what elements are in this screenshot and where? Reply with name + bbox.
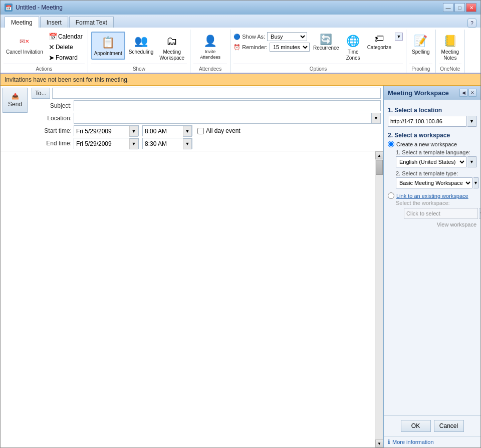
sidebar-back-button[interactable]: ◀ [459, 89, 467, 97]
url-input[interactable] [388, 116, 466, 127]
start-time-input[interactable] [143, 126, 183, 137]
to-button[interactable]: To... [32, 88, 50, 99]
form-top: 📤 Send To... Subject: [1, 86, 383, 151]
forward-button[interactable]: ➤ Forward [47, 53, 85, 63]
link-workspace-radio[interactable] [388, 192, 394, 199]
send-label: Send [8, 101, 22, 108]
view-workspace-row: View workspace [388, 221, 476, 228]
template-type-dropdown[interactable]: ▼ [473, 177, 478, 188]
time-zones-button[interactable]: 🌐 TimeZones [343, 32, 364, 63]
categorize-label: Categorize [367, 45, 391, 51]
subject-label: Subject: [32, 102, 72, 109]
template-type-select[interactable]: Basic Meeting Workspace [396, 177, 472, 188]
onenote-group-label: OneNote [439, 64, 462, 73]
more-info-link[interactable]: More information [392, 439, 434, 445]
ribbon-options-items: 🔵 Show As: Busy ⏰ Reminder: 15 minutes [233, 32, 403, 64]
click-select-input[interactable] [404, 208, 478, 219]
meeting-notes-button[interactable]: 📒 MeetingNotes [439, 32, 462, 63]
location-row: Location: ▼ [32, 113, 381, 124]
url-dropdown-button[interactable]: ▼ [467, 116, 476, 127]
calendar-button[interactable]: 📅 Calendar [47, 32, 85, 42]
cancel-invitation-icon: ✉✕ [17, 33, 33, 49]
section1-label: 1. Select a location [388, 107, 476, 114]
to-input[interactable] [52, 88, 381, 99]
start-time-label: Start time: [32, 127, 72, 134]
reminder-select[interactable]: 15 minutes [270, 43, 310, 52]
options-expand-button[interactable]: ▼ [395, 33, 403, 41]
start-time-dropdown[interactable]: ▼ [183, 126, 192, 137]
forward-icon: ➤ [49, 54, 55, 62]
recurrence-label: Recurrence [313, 45, 339, 51]
sidebar: Meeting Workspace ◀ ✕ 1. Select a locati… [383, 86, 480, 447]
show-as-row: 🔵 Show As: Busy [233, 32, 310, 42]
sidebar-title: Meeting Workspace [388, 89, 449, 97]
click-select-dropdown[interactable]: ▼ [479, 208, 480, 219]
location-dropdown-button[interactable]: ▼ [372, 113, 381, 124]
body-textarea[interactable] [1, 151, 375, 447]
scroll-up-button[interactable]: ▲ [375, 151, 383, 159]
delete-label: Delete [56, 44, 73, 51]
minimize-button[interactable]: — [443, 3, 453, 12]
info-icon: ℹ [388, 438, 390, 445]
view-workspace-link[interactable]: View workspace [437, 221, 476, 228]
start-date-input[interactable] [74, 126, 129, 137]
start-date-picker: ▼ [74, 125, 139, 136]
all-day-checkbox[interactable] [197, 128, 204, 134]
attendees-label: InviteAttendees [200, 49, 220, 60]
location-input[interactable] [74, 113, 372, 124]
ribbon-col-actions: 📅 Calendar ✕ Delete ➤ Forward [47, 32, 85, 63]
help-button[interactable]: ? [467, 19, 476, 28]
scheduling-label: Scheduling [129, 49, 153, 55]
ribbon-group-proofing: 📝 Spelling Proofing [406, 30, 436, 73]
template-lang-select-row: English (United States) ▼ [396, 156, 476, 167]
categorize-button[interactable]: 🏷 Categorize [365, 32, 394, 52]
close-button[interactable]: ✕ [466, 3, 476, 12]
location-label: Location: [32, 115, 72, 122]
tab-meeting[interactable]: Meeting [5, 17, 39, 28]
ribbon: ✉✕ Cancel Invitation 📅 Calendar ✕ Delete [1, 28, 480, 74]
end-date-dropdown[interactable]: ▼ [129, 138, 138, 149]
end-time-picker: ▼ [142, 138, 192, 149]
cancel-invitation-button[interactable]: ✉✕ Cancel Invitation [4, 32, 46, 57]
attendees-add-button[interactable]: 👤 InviteAttendees [197, 32, 223, 62]
all-day-checkbox-group: All day event [197, 127, 241, 134]
forward-label: Forward [56, 54, 78, 61]
sidebar-close-button[interactable]: ✕ [468, 89, 476, 97]
appointment-icon: 📋 [100, 35, 116, 51]
end-date-input[interactable] [74, 138, 129, 149]
end-time-input[interactable] [143, 138, 183, 149]
end-time-dropdown[interactable]: ▼ [183, 138, 192, 149]
template-type-section: 2. Select a template type: Basic Meeting… [396, 170, 476, 188]
title-bar: 📅 Untitled - Meeting — □ ✕ [1, 1, 480, 15]
maximize-button[interactable]: □ [454, 3, 465, 12]
link-workspace-radio-row: Link to an existing workspace [388, 192, 476, 199]
scroll-down-button[interactable]: ▼ [375, 439, 383, 447]
recurrence-icon: 🔄 [320, 33, 332, 45]
cancel-button[interactable]: Cancel [434, 420, 464, 432]
meeting-notes-label: MeetingNotes [441, 49, 459, 61]
scroll-thumb[interactable] [376, 160, 383, 175]
tab-insert[interactable]: Insert [40, 17, 68, 28]
show-as-label: 🔵 Show As: [233, 34, 265, 40]
sidebar-more: ℹ More information [384, 436, 480, 447]
meeting-workspace-button[interactable]: 🗂 MeetingWorkspace [157, 32, 187, 63]
to-row: To... [32, 88, 381, 99]
form-area: 📤 Send To... Subject: [1, 86, 383, 447]
scheduling-button[interactable]: 👥 Scheduling [126, 32, 156, 57]
ok-button[interactable]: OK [401, 420, 431, 432]
recurrence-button[interactable]: 🔄 Recurrence [311, 32, 342, 53]
spelling-button[interactable]: 📝 Spelling [409, 32, 432, 57]
subject-input[interactable] [74, 100, 381, 111]
send-column: 📤 Send [1, 86, 30, 151]
delete-button[interactable]: ✕ Delete [47, 42, 85, 52]
window-title: Untitled - Meeting [16, 4, 63, 11]
create-workspace-radio[interactable] [388, 141, 394, 147]
show-as-select[interactable]: Busy [267, 32, 307, 41]
tab-format-text[interactable]: Format Text [69, 17, 114, 28]
appointment-button[interactable]: 📋 Appointment [91, 32, 125, 60]
template-lang-dropdown[interactable]: ▼ [467, 156, 476, 167]
send-button[interactable]: 📤 Send [3, 88, 28, 113]
template-lang-select[interactable]: English (United States) [396, 156, 466, 167]
time-zones-icon: 🌐 [345, 33, 361, 49]
start-date-dropdown[interactable]: ▼ [129, 126, 138, 137]
